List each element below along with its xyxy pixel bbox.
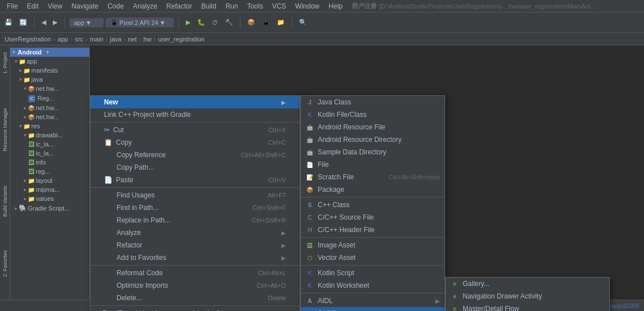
tree-java[interactable]: ▾ 📁 java bbox=[10, 75, 89, 84]
breadcrumb-item-0[interactable]: UserRegistration bbox=[5, 36, 51, 43]
tree-gradle[interactable]: ▸ 🐘 Gradle Script... bbox=[10, 203, 89, 213]
sdk-manager-button[interactable]: 📦 bbox=[245, 18, 257, 27]
menu-analyze[interactable]: Analyze bbox=[128, 1, 162, 11]
menu-l2-kotlin-worksheet[interactable]: K Kotlin Worksheet bbox=[301, 279, 444, 292]
menu-l2-kotlin-script[interactable]: K Kotlin Script bbox=[301, 267, 444, 279]
tree-res[interactable]: ▾ 📁 res bbox=[10, 121, 89, 131]
menu-l1-run-tests[interactable]: ▶ Run 'Tests in 'net.hw.user_registratio… bbox=[90, 307, 300, 311]
menu-l2-scratch-file[interactable]: 📝 Scratch File Ctrl+Alt+Shift+Insert bbox=[301, 171, 444, 183]
breadcrumb-item-4[interactable]: java bbox=[110, 36, 121, 43]
menu-l1-refactor[interactable]: Refactor ▶ bbox=[90, 239, 300, 251]
menu-l2-file[interactable]: 📄 File bbox=[301, 158, 444, 171]
menu-l1-delete[interactable]: Delete... Delete bbox=[90, 292, 300, 304]
menu-l1-add-favorites[interactable]: Add to Favorites ▶ bbox=[90, 251, 300, 264]
menu-l1-new[interactable]: New ▶ bbox=[90, 96, 300, 108]
find-usages-label: Find Usages bbox=[117, 191, 155, 199]
menu-l1-find-usages[interactable]: Find Usages Alt+F7 bbox=[90, 189, 300, 201]
menu-l2-package[interactable]: 📦 Package bbox=[301, 183, 444, 196]
breadcrumb-item-6[interactable]: hw bbox=[143, 36, 151, 43]
tree-ic-la1[interactable]: 🖼 ic_la... bbox=[10, 140, 89, 149]
tree-manifests[interactable]: ▸ 📁 manifests bbox=[10, 66, 89, 75]
profile-button[interactable]: ⏱ bbox=[210, 18, 221, 27]
menu-l1-find-path[interactable]: Find in Path... Ctrl+Shift+F bbox=[90, 201, 300, 214]
tree-drawable[interactable]: ▾ 📁 drawabl... bbox=[10, 131, 89, 140]
menu-l1-analyze[interactable]: Analyze ▶ bbox=[90, 226, 300, 239]
menu-l2-android-resource-file[interactable]: 🤖 Android Resource File bbox=[301, 121, 444, 133]
device-file-explorer-button[interactable]: 📁 bbox=[275, 18, 287, 27]
menu-edit[interactable]: Edit bbox=[22, 1, 43, 11]
search-everywhere-button[interactable]: 🔍 bbox=[297, 18, 309, 27]
menu-run[interactable]: Run bbox=[221, 1, 243, 11]
menu-l1-replace-path[interactable]: Replace in Path... Ctrl+Shift+R bbox=[90, 214, 300, 226]
expand-icon: ▾ bbox=[19, 123, 22, 129]
menu-l2-activity[interactable]: ≡ Activity ▶ bbox=[301, 307, 444, 311]
menu-l2-sample-data-dir[interactable]: 🤖 Sample Data Directory bbox=[301, 146, 444, 158]
menu-l3-nav-drawer[interactable]: ≡ Navigation Drawer Activity bbox=[446, 290, 609, 302]
back-button[interactable]: ◀ bbox=[39, 18, 48, 27]
menu-l1-optimize[interactable]: Optimize Imports Ctrl+Alt+O bbox=[90, 279, 300, 292]
menu-l1-link-cpp[interactable]: Link C++ Project with Gradle bbox=[90, 108, 300, 121]
sync-button[interactable]: 🔄 bbox=[17, 18, 30, 27]
tree-nethw3[interactable]: ▸ 📦 net.hw... bbox=[10, 112, 89, 121]
breadcrumb-item-2[interactable]: src bbox=[75, 36, 84, 43]
menu-l1-reformat[interactable]: Reformat Code Ctrl+Alt+L bbox=[90, 267, 300, 279]
menu-l1-sep-2 bbox=[90, 187, 300, 188]
forward-button[interactable]: ▶ bbox=[51, 18, 60, 27]
menu-l1-copy-path[interactable]: Copy Path... bbox=[90, 161, 300, 174]
menu-code[interactable]: Code bbox=[103, 1, 128, 11]
context-menu-l1: New ▶ Link C++ Project with Gradle ✂ Cut… bbox=[90, 95, 300, 311]
scratch-shortcut: Ctrl+Alt+Shift+Insert bbox=[389, 174, 440, 180]
tree-layout[interactable]: ▸ 📁 layout bbox=[10, 176, 89, 185]
menu-l1-cut[interactable]: ✂ Cut Ctrl+X bbox=[90, 124, 300, 136]
menu-l1-copy[interactable]: 📋 Copy Ctrl+C bbox=[90, 136, 300, 149]
tab-build-variants[interactable]: Build Variants bbox=[1, 181, 9, 221]
menu-l2-image-asset[interactable]: 🖼 Image Asset bbox=[301, 239, 444, 251]
tree-app[interactable]: ▾ 📁 app bbox=[10, 57, 89, 66]
tab-resource-manager[interactable]: Resource Manager bbox=[1, 103, 9, 156]
menu-l2-cpp-header[interactable]: H C/C++ Header File bbox=[301, 224, 444, 236]
tab-favorites[interactable]: 2: Favorites bbox=[1, 246, 9, 281]
breadcrumb-item-3[interactable]: main bbox=[90, 36, 103, 43]
menu-l2-android-resource-dir[interactable]: 🤖 Android Resource Directory bbox=[301, 133, 444, 146]
run-button[interactable]: ▶ bbox=[184, 18, 193, 27]
menu-navigate[interactable]: Navigate bbox=[67, 1, 103, 11]
save-all-button[interactable]: 💾 bbox=[2, 18, 15, 27]
menu-refactor[interactable]: Refactor bbox=[162, 1, 197, 11]
menu-view[interactable]: View bbox=[43, 1, 67, 11]
menu-l1-paste[interactable]: 📄 Paste Ctrl+V bbox=[90, 174, 300, 186]
menu-l2-vector-asset[interactable]: ⬡ Vector Asset bbox=[301, 251, 444, 264]
menu-l2-cpp-class[interactable]: S C++ Class bbox=[301, 199, 444, 211]
menu-l3-gallery[interactable]: ≡ Gallery... bbox=[446, 278, 609, 290]
tree-values[interactable]: ▸ 📁 values bbox=[10, 194, 89, 203]
tree-android-root[interactable]: ▾ Android ▼ bbox=[10, 48, 89, 57]
menu-l3-master-detail[interactable]: ≡ Master/Detail Flow bbox=[446, 302, 609, 311]
menu-help[interactable]: Help bbox=[324, 1, 347, 11]
tree-ic-la2[interactable]: 🖼 ic_la... bbox=[10, 149, 89, 158]
tree-info[interactable]: 🖼 info bbox=[10, 158, 89, 167]
menu-build[interactable]: Build bbox=[197, 1, 221, 11]
tree-nethw1[interactable]: ▾ 📦 net.hw... bbox=[10, 84, 89, 93]
menu-l2-aidl[interactable]: A AIDL ▶ bbox=[301, 295, 444, 307]
debug-button[interactable]: 🐛 bbox=[195, 18, 207, 27]
app-dropdown[interactable]: app ▼ bbox=[69, 18, 103, 27]
breadcrumb-item-7[interactable]: user_registration bbox=[158, 36, 205, 43]
tab-project[interactable]: 1: Project bbox=[1, 48, 9, 78]
tree-reg2[interactable]: 🖼 reg... bbox=[10, 167, 89, 176]
tree-mipmap[interactable]: ▸ 📁 mipma... bbox=[10, 185, 89, 194]
menu-l1-copy-ref[interactable]: Copy Reference Ctrl+Alt+Shift+C bbox=[90, 149, 300, 161]
tree-nethw2[interactable]: ▸ 📦 net.hw... bbox=[10, 103, 89, 112]
device-dropdown[interactable]: 📱 Pixel 2 API 24 ▼ bbox=[106, 18, 174, 27]
project-tree: ▾ Android ▼ ▾ 📁 app ▸ 📁 manifests ▾ 📁 ja… bbox=[10, 45, 90, 311]
menu-file[interactable]: File bbox=[2, 1, 22, 11]
menu-tools[interactable]: Tools bbox=[243, 1, 268, 11]
avd-manager-button[interactable]: 📱 bbox=[260, 18, 272, 27]
menu-l2-java-class[interactable]: J Java Class bbox=[301, 96, 444, 108]
menu-vcs[interactable]: VCS bbox=[268, 1, 291, 11]
build-button[interactable]: 🔨 bbox=[223, 18, 235, 27]
tree-reg[interactable]: C Reg... bbox=[10, 93, 89, 103]
menu-l2-cpp-source[interactable]: C C/C++ Source File bbox=[301, 211, 444, 224]
menu-l2-kotlin-file[interactable]: K Kotlin File/Class bbox=[301, 108, 444, 121]
menu-window[interactable]: Window bbox=[290, 1, 324, 11]
breadcrumb-item-1[interactable]: app bbox=[58, 36, 68, 43]
breadcrumb-item-5[interactable]: net bbox=[128, 36, 136, 43]
